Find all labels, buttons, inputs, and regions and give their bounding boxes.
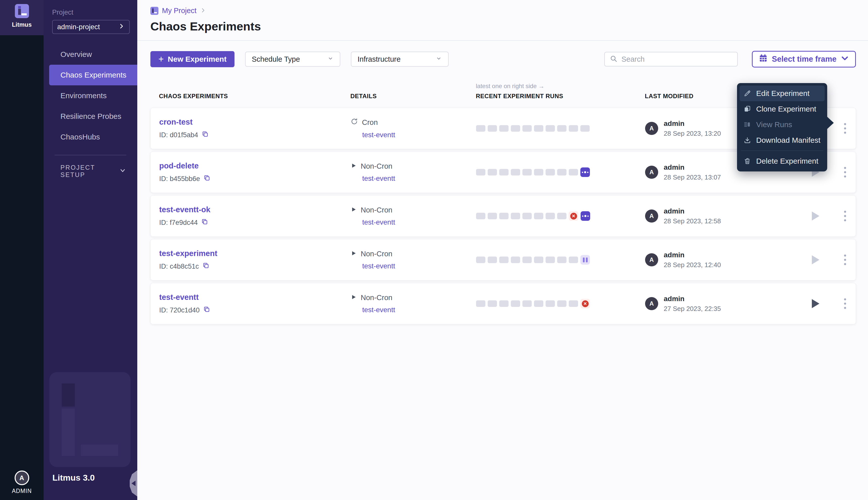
sidebar-item-environments[interactable]: Environments: [44, 86, 137, 106]
sidebar-item-overview[interactable]: Overview: [44, 44, 137, 65]
run-status-pill-none: [534, 257, 543, 263]
clone-icon: [744, 105, 751, 113]
modified-date-label: 27 Sep 2023, 22:35: [664, 305, 721, 313]
experiment-id-label: ID: f7e9dc44: [159, 219, 198, 227]
run-status-pill-paused: [580, 255, 590, 265]
run-status-pill-none: [499, 257, 509, 263]
run-status-pill-none: [511, 169, 520, 175]
non-cron-icon: [351, 162, 357, 170]
row-menu-button[interactable]: [842, 121, 848, 136]
experiment-name-link[interactable]: test-experiment: [159, 249, 351, 258]
run-experiment-button[interactable]: [812, 299, 819, 308]
admin-avatar[interactable]: A: [15, 470, 29, 485]
run-status-pill-running: [580, 211, 590, 221]
experiment-name-link[interactable]: pod-delete: [159, 161, 351, 170]
run-status-pill-none: [511, 213, 520, 219]
avatar: A: [645, 209, 658, 223]
chevron-down-icon: [841, 54, 849, 65]
avatar: A: [645, 122, 658, 135]
brand-block: Litmus: [0, 0, 44, 35]
sidebar-item-chaos-experiments[interactable]: Chaos Experiments: [49, 65, 137, 86]
menu-item-clone-experiment[interactable]: Clone Experiment: [740, 101, 825, 117]
run-status-pill-none: [499, 125, 509, 132]
new-experiment-button[interactable]: + New Experiment: [150, 51, 235, 67]
avatar: A: [645, 166, 658, 179]
schedule-type-label: Non-Cron: [361, 294, 393, 302]
run-status-pill-none: [499, 213, 509, 219]
infrastructure-link[interactable]: test-eventt: [362, 262, 476, 270]
sidebar-item-project-setup[interactable]: PROJECT SETUP: [60, 164, 126, 179]
run-status-pill-none: [522, 169, 532, 175]
infrastructure-link[interactable]: test-eventt: [362, 306, 476, 314]
run-status-pill-none: [545, 169, 555, 175]
schedule-type-select[interactable]: Schedule Type: [245, 52, 340, 67]
avatar: A: [645, 253, 658, 266]
project-select[interactable]: admin-project: [52, 20, 130, 34]
table-row: test-eventt ID: 720c1d40 Non-Cron test-e…: [150, 283, 856, 324]
last-modified-cell: A admin 28 Sep 2023, 12:58: [645, 207, 810, 225]
run-status-pill-none: [569, 257, 578, 263]
run-status-pill-none: [534, 169, 543, 175]
modified-date-label: 28 Sep 2023, 13:07: [664, 173, 721, 181]
row-menu-button[interactable]: [842, 296, 848, 311]
details-cell: Cron test-eventt: [351, 118, 476, 139]
run-status-pill-running: [580, 168, 590, 177]
row-menu-button[interactable]: [842, 252, 848, 267]
menu-item-edit-experiment[interactable]: Edit Experiment: [740, 86, 825, 101]
run-experiment-button[interactable]: [812, 212, 819, 220]
trash-icon: [744, 157, 751, 165]
experiment-id-label: ID: c4b8c51c: [159, 263, 199, 270]
run-status-pill-none: [488, 169, 497, 175]
row-menu-button[interactable]: [842, 209, 848, 223]
schedule-type-label: Cron: [362, 118, 378, 127]
time-frame-button[interactable]: Select time frame: [752, 51, 856, 67]
search-input[interactable]: [621, 55, 732, 64]
copy-icon[interactable]: [203, 262, 209, 271]
run-status-pill-failed: ✕: [569, 211, 578, 221]
details-cell: Non-Cron test-eventt: [351, 294, 476, 314]
infrastructure-link[interactable]: test-eventt: [362, 174, 476, 183]
infrastructure-link[interactable]: test-eventt: [362, 131, 476, 139]
avatar: A: [645, 297, 658, 310]
breadcrumb-link[interactable]: My Project: [162, 7, 196, 15]
run-status-pill-none: [522, 257, 532, 263]
schedule-type-label: Non-Cron: [361, 162, 393, 170]
chevron-down-icon: [436, 55, 442, 64]
copy-icon[interactable]: [204, 174, 210, 183]
experiment-name-link[interactable]: test-eventt: [159, 293, 351, 302]
run-status-pill-none: [488, 300, 497, 307]
run-experiment-button[interactable]: [812, 255, 819, 264]
menu-item-label: View Runs: [756, 120, 792, 129]
menu-caret: [827, 116, 834, 129]
project-select-value: admin-project: [57, 23, 100, 31]
details-cell: Non-Cron test-eventt: [351, 206, 476, 226]
sidebar-collapse-handle[interactable]: [130, 470, 137, 497]
runs-icon: [744, 121, 751, 128]
col-header-details: DETAILS: [350, 93, 476, 100]
copy-icon[interactable]: [201, 218, 208, 227]
search-box: [604, 52, 738, 67]
experiment-name-link[interactable]: test-eventt-ok: [159, 205, 351, 214]
modified-by-label: admin: [664, 120, 721, 128]
experiment-name-link[interactable]: cron-test: [159, 117, 351, 127]
copy-icon[interactable]: [202, 130, 208, 139]
infrastructure-link[interactable]: test-eventt: [362, 218, 476, 226]
copy-icon[interactable]: [203, 306, 210, 315]
sidebar-item-chaoshubs[interactable]: ChaosHubs: [44, 127, 137, 147]
run-status-pill-none: [511, 300, 520, 307]
menu-item-label: Clone Experiment: [756, 105, 816, 113]
run-status-pill-none: [522, 213, 532, 219]
experiment-name-cell: test-eventt ID: 720c1d40: [159, 293, 351, 315]
menu-item-download-manifest[interactable]: Download Manifest: [740, 133, 825, 148]
pencil-icon: [744, 90, 751, 97]
menu-item-delete-experiment[interactable]: Delete Experiment: [740, 153, 825, 169]
table-row: test-eventt-ok ID: f7e9dc44 Non-Cron tes…: [150, 195, 856, 237]
row-menu-button[interactable]: [842, 165, 848, 180]
user-block[interactable]: A ADMIN: [0, 470, 44, 495]
project-label: Project: [52, 9, 137, 16]
non-cron-icon: [351, 206, 357, 214]
modified-date-label: 28 Sep 2023, 12:58: [664, 217, 721, 225]
infrastructure-select[interactable]: Infrastructure: [351, 52, 449, 67]
sidebar-item-resilience-probes[interactable]: Resilience Probes: [44, 106, 137, 127]
main-content: My Project Chaos Experiments + New Exper…: [137, 0, 868, 500]
